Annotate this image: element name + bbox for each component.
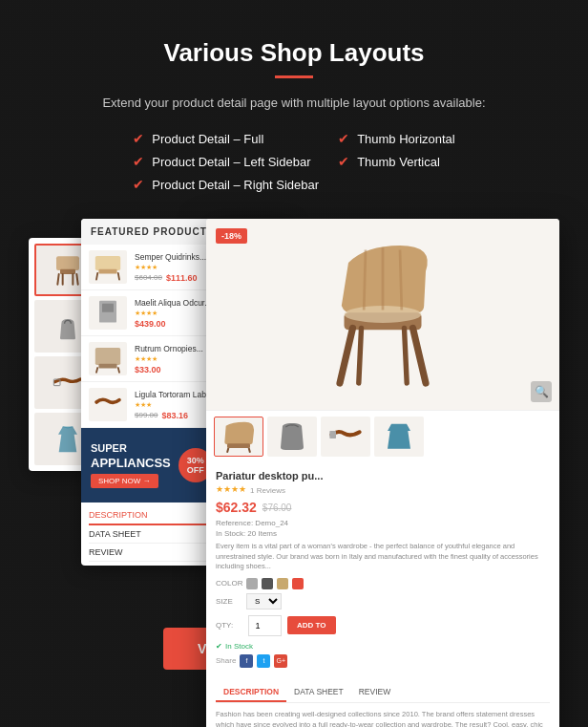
feature-item-2: ✔ Product Detail – Left Sidebar: [133, 154, 319, 169]
svg-rect-14: [98, 363, 116, 368]
svg-line-9: [96, 273, 97, 280]
svg-line-3: [76, 274, 77, 285]
fp-img-4: [89, 388, 127, 421]
banner-text: SUPER APPLIANCSS SHOP NOW →: [91, 442, 171, 487]
check-icon-3: ✔: [133, 177, 144, 192]
banner-title: SUPER: [91, 442, 171, 455]
title-underline: [275, 75, 313, 78]
fp-img-3: [89, 342, 127, 375]
swatch-red[interactable]: [292, 578, 304, 589]
feature-item-3: ✔ Product Detail – Right Sidebar: [133, 177, 319, 192]
svg-line-28: [400, 250, 402, 310]
product-price-new: $62.32: [216, 500, 257, 515]
product-title: Pariatur desktop pu...: [216, 470, 550, 481]
fp-img-2: [89, 296, 127, 330]
desc-tab-description[interactable]: DESCRIPTION: [216, 683, 286, 702]
svg-line-24: [405, 328, 408, 383]
features-col-2: ✔ Thumb Horizontal ✔ Thumb Vertical: [338, 131, 455, 192]
section-title: Various Shop Layouts: [29, 38, 559, 68]
fp-new-price-3: $33.00: [135, 365, 161, 374]
add-to-cart-button[interactable]: ADD TO: [287, 616, 336, 634]
product-price-old: $76.00: [262, 502, 292, 513]
main-product-image-area: -18% 🔍: [206, 219, 559, 410]
in-stock-status: ✔ In Stock: [216, 642, 550, 651]
svg-rect-32: [329, 431, 336, 438]
size-row: SIZE S M L: [216, 593, 550, 609]
feature-item-1: ✔ Product Detail – Full: [133, 131, 319, 146]
check-stock-icon: ✔: [216, 642, 222, 651]
svg-rect-0: [56, 256, 79, 270]
product-description: Every item is a vital part of a woman's …: [216, 542, 550, 572]
banner-shop-now[interactable]: SHOP NOW →: [91, 474, 158, 488]
main-thumb-row: [206, 410, 559, 462]
size-label: SIZE: [216, 597, 242, 606]
svg-line-2: [57, 274, 58, 285]
svg-rect-8: [98, 268, 116, 273]
svg-line-22: [413, 328, 427, 383]
main-thumb-4[interactable]: [374, 417, 424, 457]
svg-line-23: [359, 328, 362, 383]
feature-item-4: ✔ Thumb Horizontal: [338, 131, 455, 146]
fp-img-1: [89, 250, 127, 284]
share-label: Share: [216, 656, 236, 665]
svg-rect-13: [95, 348, 120, 365]
product-stars: ★★★★: [216, 484, 246, 494]
desc-tab-datasheet[interactable]: DATA SHEET: [286, 683, 351, 702]
swatch-dark[interactable]: [262, 578, 273, 589]
sale-badge: -18%: [216, 228, 247, 244]
feature-label-1: Product Detail – Full: [152, 132, 263, 146]
fp-new-price-4: $83.16: [161, 411, 188, 420]
product-stock: In Stock: 20 Items: [216, 529, 550, 538]
qty-row: Qty: ADD TO: [216, 615, 550, 636]
fp-old-price-1: $604.00: [135, 273, 162, 282]
banner-subtitle: APPLIANCSS: [91, 456, 171, 470]
feature-label-3: Product Detail – Right Sidebar: [152, 178, 319, 192]
fp-old-price-4: $99.00: [135, 411, 158, 419]
svg-rect-29: [227, 443, 250, 448]
svg-line-21: [340, 328, 353, 383]
description-section: DESCRIPTION DATA SHEET REVIEW Fashion ha…: [206, 675, 559, 728]
svg-line-10: [118, 273, 119, 280]
fp-new-price-2: $439.00: [135, 319, 166, 329]
twitter-icon[interactable]: t: [257, 654, 270, 668]
description-text: Fashion has been creating well-designed …: [216, 709, 550, 728]
check-icon-2: ✔: [133, 154, 144, 169]
color-label: COLOR: [216, 579, 242, 588]
google-icon[interactable]: G+: [274, 654, 287, 668]
svg-line-15: [96, 368, 97, 373]
fp-new-price-1: $111.60: [166, 273, 198, 283]
svg-line-26: [364, 250, 366, 310]
svg-line-16: [118, 368, 119, 373]
swatch-gold[interactable]: [277, 578, 288, 589]
facebook-icon[interactable]: f: [240, 654, 253, 668]
product-info-area: Pariatur desktop pu... ★★★★ 1 Reviews $6…: [206, 462, 559, 675]
svg-rect-7: [95, 256, 120, 270]
check-icon-5: ✔: [338, 154, 349, 169]
in-stock-label: In Stock: [225, 642, 253, 651]
swatch-gray[interactable]: [246, 578, 258, 589]
product-details: Pariatur desktop pu... ★★★★ 1 Reviews $6…: [216, 470, 550, 668]
size-select[interactable]: S M L: [246, 593, 282, 609]
desc-tab-review[interactable]: REVIEW: [351, 683, 399, 702]
main-thumb-3[interactable]: [321, 417, 370, 457]
features-list: ✔ Product Detail – Full ✔ Product Detail…: [29, 131, 559, 192]
main-thumb-2[interactable]: [267, 417, 317, 457]
product-reviews: 1 Reviews: [250, 486, 285, 495]
card-main-product: -18% 🔍: [206, 219, 559, 727]
desc-tabs: DESCRIPTION DATA SHEET REVIEW: [216, 683, 550, 703]
zoom-icon[interactable]: 🔍: [531, 381, 552, 402]
qty-input[interactable]: [248, 615, 282, 636]
svg-line-31: [249, 448, 250, 453]
feature-item-5: ✔ Thumb Vertical: [338, 154, 455, 169]
check-icon-1: ✔: [133, 131, 144, 146]
check-icon-4: ✔: [338, 131, 349, 146]
svg-rect-12: [102, 303, 114, 311]
feature-label-5: Thumb Vertical: [357, 155, 440, 169]
share-row: Share f t G+: [216, 654, 550, 668]
main-thumb-1[interactable]: [214, 417, 263, 457]
qty-label: Qty:: [216, 621, 242, 630]
product-reference: Reference: Demo_24: [216, 519, 550, 527]
feature-label-2: Product Detail – Left Sidebar: [152, 155, 310, 169]
feature-label-4: Thumb Horizontal: [357, 132, 455, 146]
svg-line-30: [227, 448, 228, 453]
